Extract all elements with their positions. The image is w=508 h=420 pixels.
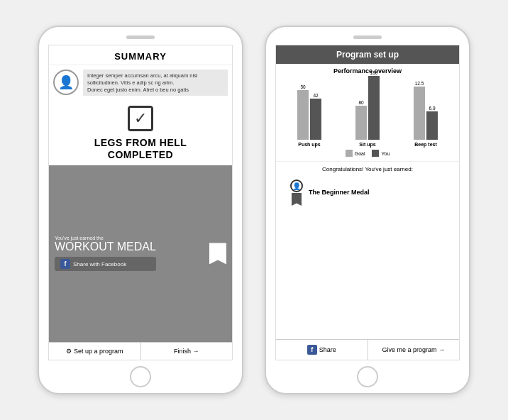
gear-icon: ⚙ — [66, 348, 72, 355]
program-setup-title: Program set up — [336, 50, 399, 60]
bar-label-pushups: Push ups — [298, 142, 321, 147]
workout-title: LEGS FROM HELL COMPLETED — [55, 137, 226, 161]
left-phone-speaker — [126, 35, 155, 39]
congrats-area: Congratulations! You've just earned: 👤 T… — [276, 161, 459, 213]
legend-you-box — [372, 150, 379, 157]
summary-user-text: Integer semper accumsan arcu, at aliquam… — [83, 70, 228, 96]
medal-earned-prefix: You've just earned the — [55, 236, 156, 241]
medal-bookmark-icon — [292, 193, 302, 206]
chart-group-pushups: 50 42 Push ups — [283, 84, 336, 147]
legend-goal: Goal — [346, 150, 365, 157]
chart-legend: Goal You — [276, 147, 459, 161]
summary-user-area: 👤 Integer semper accumsan arcu, at aliqu… — [49, 65, 232, 100]
legend-goal-box — [346, 150, 353, 157]
bar-goal-situps: 80 — [355, 100, 367, 140]
setup-program-button[interactable]: ⚙ Set up a program — [49, 343, 141, 360]
performance-chart: 50 42 Push ups 80 — [276, 76, 459, 147]
share-facebook-label: Share with Facebook — [73, 261, 126, 267]
setup-footer: f Share Give me a program → — [276, 339, 459, 360]
bar-you-pushups-value: 42 — [313, 93, 318, 98]
facebook-icon-footer: f — [307, 345, 317, 355]
workout-title-area: LEGS FROM HELL COMPLETED — [49, 134, 232, 165]
checkmark-icon: ✓ — [128, 106, 153, 131]
medal-info: You've just earned the WORKOUT MEDAL f S… — [55, 236, 156, 271]
share-button[interactable]: f Share — [276, 340, 368, 360]
summary-text-1: Integer semper accumsan arcu, at aliquam… — [87, 72, 198, 86]
facebook-icon: f — [60, 259, 70, 269]
right-home-button[interactable] — [357, 366, 378, 387]
congrats-text: Congratulations! You've just earned: — [283, 166, 452, 172]
summary-header: SUMMARY — [49, 45, 232, 65]
user-icon: 👤 — [58, 74, 74, 90]
program-setup-header: Program set up — [276, 45, 459, 64]
bar-label-beeptest: Beep test — [414, 142, 437, 147]
bar-you-beeptest-value: 6.9 — [429, 106, 435, 111]
bar-you-situps: 180 — [368, 70, 380, 140]
medal-area: You've just earned the WORKOUT MEDAL f S… — [49, 165, 232, 342]
checkmark-area: ✓ — [49, 100, 232, 134]
bar-you-beeptest-body — [426, 111, 438, 140]
left-phone: SUMMARY 👤 Integer semper accumsan arcu, … — [38, 26, 243, 394]
finish-btn-label: Finish → — [174, 348, 199, 355]
bar-goal-situps-value: 80 — [358, 100, 363, 105]
right-phone-screen: Program set up Performance overview 50 4… — [275, 45, 460, 360]
right-phone: Program set up Performance overview 50 4… — [265, 26, 470, 394]
bar-goal-situps-body — [355, 106, 367, 140]
give-program-button[interactable]: Give me a program → — [368, 340, 460, 360]
avatar: 👤 — [53, 70, 79, 95]
summary-title: SUMMARY — [52, 51, 229, 62]
bar-goal-beeptest-body — [414, 87, 425, 140]
chart-group-situps: 80 180 Sit ups — [341, 70, 394, 147]
summary-text-2: Donec eget justo enim. Atrel o beu no ga… — [87, 87, 189, 93]
bar-you-pushups: 42 — [310, 93, 321, 140]
beginner-medal-name: The Beginner Medal — [309, 189, 370, 197]
bar-goal-pushups-value: 50 — [300, 84, 305, 89]
legend-you-label: You — [381, 151, 390, 156]
bar-pair-beeptest: 12.5 6.9 — [414, 81, 438, 140]
bar-you-beeptest: 6.9 — [426, 106, 438, 140]
share-facebook-button[interactable]: f Share with Facebook — [55, 257, 156, 271]
bar-goal-beeptest: 12.5 — [414, 81, 425, 140]
medal-icon: 👤 — [290, 179, 303, 206]
bar-pair-pushups: 50 42 — [297, 84, 321, 140]
share-fb-btn-content: f Share — [307, 345, 336, 355]
medal-name: WORKOUT MEDAL — [55, 241, 156, 253]
bar-goal-pushups: 50 — [297, 84, 309, 140]
bar-goal-pushups-body — [297, 90, 309, 140]
summary-footer: ⚙ Set up a program Finish → — [49, 342, 232, 360]
right-phone-speaker — [353, 35, 382, 39]
bar-goal-beeptest-value: 12.5 — [415, 81, 424, 86]
bar-pair-situps: 80 180 — [355, 70, 380, 140]
left-home-button[interactable] — [130, 366, 151, 387]
share-label: Share — [319, 346, 336, 353]
legend-goal-label: Goal — [355, 151, 365, 156]
medal-earned-area: 👤 The Beginner Medal — [283, 177, 452, 209]
setup-btn-label: Set up a program — [74, 348, 123, 355]
finish-button[interactable]: Finish → — [141, 343, 233, 360]
bar-you-pushups-body — [310, 99, 321, 140]
left-phone-screen: SUMMARY 👤 Integer semper accumsan arcu, … — [48, 45, 233, 360]
give-program-label: Give me a program → — [382, 346, 445, 353]
bookmark-icon — [209, 243, 226, 264]
person-icon: 👤 — [290, 179, 303, 192]
bar-you-situps-body — [368, 76, 380, 140]
legend-you: You — [372, 150, 390, 157]
bar-label-situps: Sit ups — [359, 142, 375, 147]
chart-group-beeptest: 12.5 6.9 Beep test — [399, 81, 452, 147]
bar-you-situps-value: 180 — [370, 70, 378, 75]
